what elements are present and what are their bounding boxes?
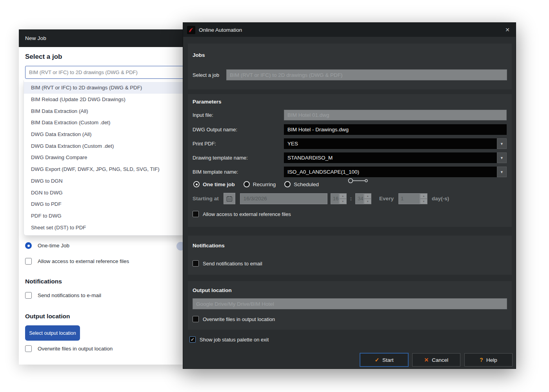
job-type-radio-group: One time job Recurring Scheduled: [193, 181, 324, 187]
chevron-down-icon[interactable]: ▼: [497, 138, 507, 149]
minute-stepper: 34 ▲ ▼: [355, 193, 371, 204]
chevron-down-icon[interactable]: ▼: [497, 167, 507, 177]
one-time-job-radio[interactable]: [25, 242, 32, 249]
send-notifications-checkbox-dark[interactable]: [193, 260, 199, 267]
print-pdf-value[interactable]: YES: [284, 138, 497, 149]
recurring-radio[interactable]: [244, 181, 250, 187]
send-notifications-label-dark: Send notifications to email: [203, 261, 262, 267]
allow-access-label-dark: Allow access to external reference files: [203, 211, 291, 217]
allow-access-checkbox-dark[interactable]: [193, 211, 199, 217]
automation-title: Online Automation: [199, 27, 242, 33]
day-unit-label: day(-s): [432, 196, 449, 201]
desktop: New Job Select a job BIM (RVT or IFC) to…: [0, 0, 549, 392]
dialog-buttons: ✓ Start ✕ Cancel ? Help: [360, 353, 513, 367]
drawing-template-combobox[interactable]: STANDARDISO_M ▼: [284, 152, 507, 163]
check-icon: ✓: [374, 357, 379, 363]
parameters-heading: Parameters: [193, 99, 222, 105]
app-logo-icon: [187, 26, 195, 34]
one-time-job-radio[interactable]: [193, 181, 200, 187]
chevron-down-icon[interactable]: ▼: [497, 152, 507, 163]
job-select-input-value: BIM (RVT or IFC) to 2D drawings (DWG & P…: [29, 69, 138, 75]
help-button[interactable]: ? Help: [464, 353, 513, 367]
output-location-section: Output location Google Drive/My Drive/BI…: [188, 281, 512, 330]
overwrite-files-checkbox[interactable]: [25, 345, 32, 352]
overwrite-files-row[interactable]: Overwrite files in output location: [25, 345, 113, 352]
job-select-input[interactable]: BIM (RVT or IFC) to 2D drawings (DWG & P…: [25, 66, 185, 79]
interval-stepper: 1 ▲ ▼: [398, 193, 427, 204]
show-status-checkbox[interactable]: ✓: [189, 336, 196, 343]
show-status-row[interactable]: ✓ Show job status palette on exit: [189, 336, 269, 343]
jobs-heading: Jobs: [193, 52, 205, 58]
time-separator: :: [350, 196, 352, 201]
question-icon: ?: [480, 357, 483, 363]
dwg-output-label: DWG Output name:: [193, 127, 284, 132]
spinner-up-icon[interactable]: ▲: [364, 193, 371, 199]
one-time-job-option[interactable]: One time job: [203, 181, 235, 187]
spinner-up-icon[interactable]: ▲: [420, 193, 427, 199]
scheduled-option[interactable]: Scheduled: [294, 181, 319, 187]
job-value-field: BIM (RVT or IFC) to 2D drawings (DWG & P…: [226, 69, 507, 80]
job-dropdown-item[interactable]: DWG Data Extraction (All): [24, 129, 185, 140]
spinner-down-icon[interactable]: ▼: [420, 199, 427, 204]
select-job-label: Select a job: [193, 72, 226, 78]
dwg-output-input[interactable]: BIM Hotel - Drawings.dwg: [284, 124, 507, 135]
hour-value: 16: [331, 193, 339, 204]
allow-access-row[interactable]: Allow access to external reference files: [25, 258, 129, 265]
job-dropdown-item[interactable]: DWG to DGN: [24, 175, 185, 187]
job-dropdown-item[interactable]: BIM (RVT or IFC) to 2D drawings (DWG & P…: [24, 82, 185, 94]
one-time-job-radio-row[interactable]: One-time Job: [25, 242, 69, 249]
job-dropdown-item[interactable]: DWG Data Extraction (Custom .det): [24, 140, 185, 152]
starting-at-label: Starting at: [193, 196, 219, 201]
job-dropdown-item[interactable]: BIM Data Extraction (All): [24, 105, 185, 117]
start-date-field: 16/3/2026: [240, 193, 327, 204]
input-file-field: BIM Hotel 01.dwg: [284, 110, 507, 120]
cancel-button[interactable]: ✕ Cancel: [412, 353, 460, 367]
job-dropdown-item[interactable]: PDF to DWG: [24, 210, 185, 222]
new-job-window: New Job Select a job BIM (RVT or IFC) to…: [19, 29, 185, 365]
spinner-down-icon[interactable]: ▼: [364, 199, 371, 204]
automation-titlebar[interactable]: Online Automation ✕: [183, 23, 516, 37]
job-dropdown-item[interactable]: BIM Reload (Update 2D DWG Drawings): [24, 94, 185, 105]
send-notifications-row[interactable]: Send notifications to e-mail: [25, 292, 101, 299]
spinner-up-icon[interactable]: ▲: [339, 193, 347, 199]
jobs-section: Jobs Select a job BIM (RVT or IFC) to 2D…: [188, 44, 512, 89]
scheduled-radio[interactable]: [284, 181, 291, 187]
show-status-label: Show job status palette on exit: [200, 337, 269, 343]
spinner-down-icon[interactable]: ▼: [339, 199, 347, 204]
notifications-heading-dark: Notifications: [193, 243, 225, 249]
select-a-job-heading: Select a job: [25, 53, 62, 61]
minute-value: 34: [355, 193, 364, 204]
bim-template-value[interactable]: ISO_A0_LANDSCAPE(1_100): [284, 167, 497, 177]
input-file-label: Input file:: [193, 112, 284, 118]
job-dropdown-item[interactable]: DGN to DWG: [24, 187, 185, 198]
allow-access-checkbox[interactable]: [25, 258, 32, 265]
x-icon: ✕: [424, 357, 429, 363]
job-dropdown-list: BIM (RVT or IFC) to 2D drawings (DWG & P…: [24, 80, 185, 236]
new-job-title: New Job: [25, 35, 46, 41]
recurring-option[interactable]: Recurring: [253, 181, 276, 187]
job-dropdown-item[interactable]: DWG Drawing Compare: [24, 152, 185, 163]
overwrite-checkbox-dark[interactable]: [193, 316, 199, 322]
job-dropdown-item[interactable]: BIM Data Extraction (Custom .det): [24, 117, 185, 129]
send-notifications-checkbox[interactable]: [25, 292, 32, 299]
job-dropdown-item[interactable]: DWG to PDF: [24, 198, 185, 210]
allow-access-label: Allow access to external reference files: [38, 258, 129, 264]
new-job-titlebar[interactable]: New Job: [19, 29, 185, 47]
allow-access-row-dark[interactable]: Allow access to external reference files: [193, 211, 291, 217]
start-button[interactable]: ✓ Start: [360, 353, 408, 367]
print-pdf-combobox[interactable]: YES ▼: [284, 138, 507, 149]
notifications-heading: Notifications: [25, 278, 62, 285]
job-dropdown-item[interactable]: Sheet set (DST) to PDF: [24, 221, 185, 233]
bim-template-combobox[interactable]: ISO_A0_LANDSCAPE(1_100) ▼: [284, 167, 507, 177]
overwrite-row-dark[interactable]: Overwrite files in output location: [193, 316, 275, 322]
job-dropdown-item[interactable]: DWG Export (DWF, DWFX, JPG, PNG, SLD, SV…: [24, 163, 185, 175]
output-path-field: Google Drive/My Drive/BIM Hotel: [193, 298, 507, 309]
calendar-icon[interactable]: [224, 193, 235, 204]
print-pdf-label: Print PDF:: [193, 141, 284, 147]
drawing-template-label: Drawing template name:: [193, 155, 284, 161]
one-time-job-label: One-time Job: [38, 243, 69, 249]
send-notifications-row-dark[interactable]: Send notifications to email: [193, 260, 262, 267]
close-icon[interactable]: ✕: [503, 27, 512, 33]
drawing-template-value[interactable]: STANDARDISO_M: [284, 152, 497, 163]
select-output-location-button[interactable]: Select output location: [25, 325, 80, 341]
